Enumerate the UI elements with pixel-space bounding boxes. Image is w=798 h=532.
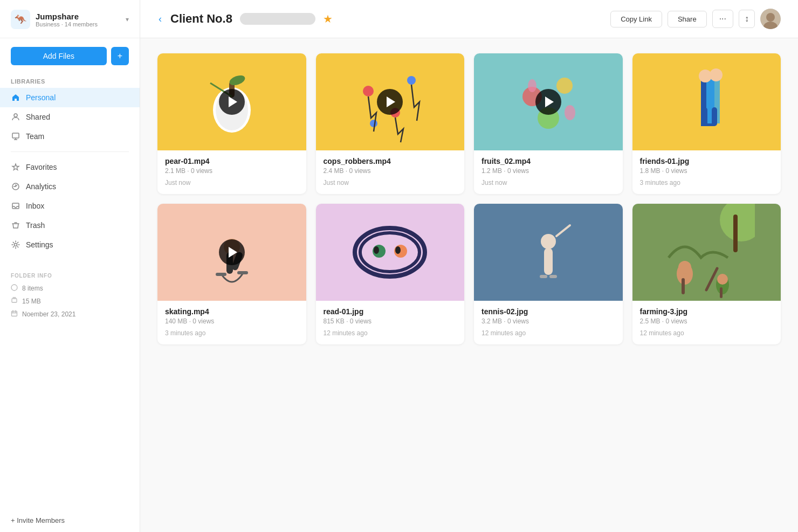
- svg-point-5: [11, 285, 17, 291]
- file-card[interactable]: farming-3.jpg 2.5 MB · 0 views 12 minute…: [632, 204, 781, 344]
- file-name: read-01.jpg: [324, 307, 457, 316]
- sidebar-settings-label: Settings: [26, 240, 53, 249]
- sort-button[interactable]: ↕: [739, 10, 755, 28]
- svg-rect-7: [12, 312, 17, 316]
- libraries-nav: Personal Shared Team: [0, 88, 140, 146]
- team-icon: [11, 132, 20, 141]
- folder-info-label: FOLDER INFO: [0, 265, 140, 282]
- svg-point-45: [374, 246, 379, 254]
- favorites-icon: [11, 162, 20, 172]
- star-icon[interactable]: ★: [323, 12, 333, 25]
- file-card[interactable]: cops_robbers.mp4 2.4 MB · 0 views Just n…: [316, 53, 465, 194]
- play-button[interactable]: [535, 89, 561, 115]
- svg-point-56: [678, 261, 691, 274]
- file-meta: 1.8 MB · 0 views: [640, 167, 774, 175]
- file-info: fruits_02.mp4 1.2 MB · 0 views Just now: [474, 150, 623, 194]
- file-meta: 815 KB · 0 views: [324, 317, 457, 325]
- file-grid: pear-01.mp4 2.1 MB · 0 views Just now co…: [157, 53, 781, 344]
- svg-point-25: [528, 79, 536, 92]
- add-plus-button[interactable]: +: [111, 47, 129, 65]
- file-meta: 140 MB · 0 views: [165, 317, 299, 325]
- sidebar-item-settings[interactable]: Settings: [0, 235, 140, 254]
- file-info: read-01.jpg 815 KB · 0 views 12 minutes …: [316, 301, 465, 344]
- file-name: skating.mp4: [165, 307, 299, 316]
- folder-date: Noember 23, 2021: [0, 308, 140, 321]
- file-thumbnail: [474, 204, 623, 301]
- file-card[interactable]: read-01.jpg 815 KB · 0 views 12 minutes …: [316, 204, 465, 344]
- file-time: Just now: [324, 179, 457, 186]
- svg-point-23: [556, 78, 573, 94]
- sidebar-item-favorites[interactable]: Favorites: [0, 157, 140, 177]
- analytics-icon: [11, 182, 20, 191]
- file-meta: 2.5 MB · 0 views: [640, 317, 774, 325]
- folder-info-section: FOLDER INFO 8 items 15 MB Noember 23, 20…: [0, 265, 140, 321]
- more-options-button[interactable]: ···: [712, 10, 733, 28]
- invite-members-label: + Invite Members: [11, 516, 65, 524]
- sidebar-trash-label: Trash: [26, 221, 45, 230]
- brand-name: Jumpshare: [36, 12, 98, 21]
- file-meta: 2.4 MB · 0 views: [324, 167, 457, 175]
- file-thumbnail: [316, 53, 465, 150]
- brand-area[interactable]: 🦘 Jumpshare Business · 14 members: [11, 10, 98, 29]
- sidebar-analytics-label: Analytics: [26, 182, 56, 191]
- sidebar-item-team[interactable]: Team: [0, 127, 140, 146]
- invite-members-button[interactable]: + Invite Members: [0, 509, 140, 532]
- share-button[interactable]: Share: [668, 11, 707, 27]
- sidebar-item-analytics[interactable]: Analytics: [0, 177, 140, 196]
- libraries-label: Libraries: [0, 74, 140, 88]
- file-name: friends-01.jpg: [640, 157, 774, 165]
- svg-rect-49: [544, 248, 553, 275]
- sidebar-item-trash[interactable]: Trash: [0, 216, 140, 235]
- sidebar-shared-label: Shared: [26, 113, 50, 121]
- svg-rect-50: [540, 275, 547, 278]
- sidebar-item-personal[interactable]: Personal: [0, 88, 140, 107]
- svg-rect-57: [682, 278, 685, 294]
- file-info: pear-01.mp4 2.1 MB · 0 views Just now: [157, 150, 306, 194]
- brand-icon: 🦘: [11, 10, 30, 29]
- sidebar-item-shared[interactable]: Shared: [0, 107, 140, 127]
- svg-point-9: [766, 13, 775, 22]
- file-thumbnail: [157, 204, 306, 301]
- svg-point-0: [14, 114, 17, 117]
- back-button[interactable]: ‹: [157, 12, 163, 26]
- file-card[interactable]: tennis-02.jpg 3.2 MB · 0 views 12 minute…: [474, 204, 623, 344]
- copy-link-button[interactable]: Copy Link: [610, 11, 662, 27]
- sidebar-item-inbox[interactable]: Inbox: [0, 196, 140, 216]
- avatar[interactable]: [760, 9, 781, 29]
- sidebar-team-label: Team: [26, 132, 44, 141]
- other-nav: Favorites Analytics Inbox: [0, 157, 140, 254]
- file-name: cops_robbers.mp4: [324, 157, 457, 165]
- file-card[interactable]: friends-01.jpg 1.8 MB · 0 views 3 minute…: [632, 53, 781, 194]
- svg-point-31: [710, 68, 723, 81]
- svg-rect-32: [702, 107, 707, 126]
- file-time: Just now: [165, 179, 299, 186]
- file-card[interactable]: fruits_02.mp4 1.2 MB · 0 views Just now: [474, 53, 623, 194]
- svg-point-17: [363, 86, 374, 96]
- header-right: Copy Link Share ··· ↕: [610, 9, 781, 29]
- file-thumbnail: [632, 204, 781, 301]
- play-button[interactable]: [219, 239, 245, 265]
- play-button[interactable]: [377, 89, 403, 115]
- file-card[interactable]: pear-01.mp4 2.1 MB · 0 views Just now: [157, 53, 306, 194]
- svg-rect-54: [733, 215, 738, 252]
- file-time: Just now: [481, 179, 615, 186]
- file-info: tennis-02.jpg 3.2 MB · 0 views 12 minute…: [474, 301, 623, 344]
- file-thumbnail: [316, 204, 465, 301]
- header-left: ‹ Client No.8 ★: [157, 12, 333, 26]
- file-info: friends-01.jpg 1.8 MB · 0 views 3 minute…: [632, 150, 781, 194]
- file-card[interactable]: skating.mp4 140 MB · 0 views 3 minutes a…: [157, 204, 306, 344]
- svg-point-4: [15, 244, 17, 246]
- add-files-button[interactable]: Add Files: [11, 47, 107, 65]
- sidebar-personal-label: Personal: [26, 93, 56, 102]
- file-info: skating.mp4 140 MB · 0 views 3 minutes a…: [157, 301, 306, 344]
- file-name: farming-3.jpg: [640, 307, 774, 316]
- svg-rect-38: [216, 273, 226, 276]
- svg-rect-6: [12, 299, 17, 302]
- sidebar-divider: [11, 151, 129, 152]
- file-meta: 1.2 MB · 0 views: [481, 167, 615, 175]
- play-button[interactable]: [219, 89, 245, 115]
- file-name: pear-01.mp4: [165, 157, 299, 165]
- inbox-icon: [11, 201, 20, 211]
- brand-dropdown-icon[interactable]: ▾: [126, 16, 129, 23]
- svg-rect-60: [720, 287, 723, 298]
